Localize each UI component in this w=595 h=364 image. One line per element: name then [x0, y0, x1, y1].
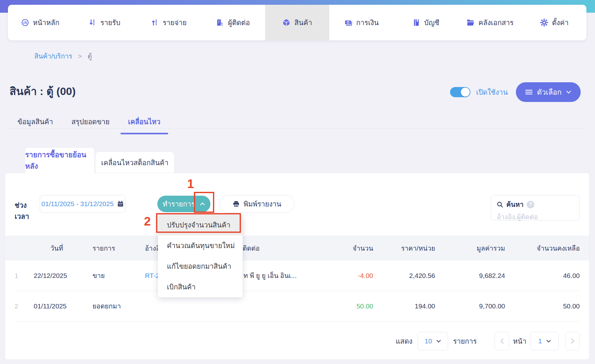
nav-item-income[interactable]: รายรับ — [72, 5, 136, 40]
page-title: สินค้า : ตู้ (00) — [10, 83, 76, 100]
help-icon[interactable]: ? — [527, 201, 534, 208]
cell-remaining: 46.00 — [505, 272, 580, 280]
print-report-label: พิมพ์รายงาน — [243, 199, 281, 210]
col-description: รายการ — [80, 243, 145, 253]
contacts-icon — [216, 18, 224, 27]
search-label: ค้นหา — [506, 199, 523, 210]
nav-label: หน้าหลัก — [33, 17, 59, 28]
menu-item-recalculate-cost[interactable]: คำนวณต้นทุนขายใหม่ — [158, 235, 243, 256]
page-number-select[interactable]: 1 — [530, 332, 559, 350]
nav-item-home[interactable]: หน้าหลัก — [8, 5, 72, 40]
breadcrumb-link-products[interactable]: สินค้า/บริการ — [34, 51, 72, 61]
cell-remaining: 50.00 — [505, 302, 580, 310]
cell-quantity: 50.00 — [318, 302, 373, 310]
make-transaction-button[interactable]: ทำรายการ — [157, 196, 210, 212]
search-icon — [497, 201, 503, 208]
action-menu: ปรับปรุงจำนวนสินค้า คำนวณต้นทุนขายใหม่ แ… — [158, 215, 243, 297]
nav-label: บัญชี — [424, 17, 440, 28]
subtab-trade-history[interactable]: รายการซื้อขายย้อนหลัง — [25, 147, 95, 173]
date-range-value: 01/11/2025 - 31/12/2025 — [41, 200, 113, 208]
annotation-step2-number: 2 — [144, 215, 151, 228]
content-card: ช่วงเวลา 01/11/2025 - 31/12/2025 ทำรายกา… — [5, 173, 590, 360]
menu-item-withdraw-goods[interactable]: เบิกสินค้า — [158, 277, 243, 297]
search-placeholder: อ้างอิง,ผู้ติดต่อ — [497, 212, 574, 222]
next-page-button[interactable] — [565, 332, 580, 350]
table-row: 1 22/12/2025 ขาย RT-2 ท พี ยู ยู เอ็น อิ… — [15, 260, 580, 291]
options-button[interactable]: ตัวเลือก — [516, 82, 581, 102]
active-toggle[interactable] — [450, 87, 470, 97]
row-number: 2 — [15, 302, 34, 310]
hamburger-icon — [525, 90, 532, 95]
nav-item-expense[interactable]: รายจ่าย — [136, 5, 201, 40]
cell-unit-price: 2,420.56 — [373, 272, 435, 280]
show-label: แสดง — [396, 336, 413, 347]
nav-label: คลังเอกสาร — [478, 17, 514, 28]
filter-row: ช่วงเวลา 01/11/2025 - 31/12/2025 ทำรายกา… — [15, 195, 580, 222]
col-remaining: จำนวนคงเหลือ — [505, 243, 580, 253]
tab-product-info[interactable]: ข้อมูลสินค้า — [17, 116, 53, 134]
nav-item-documents[interactable]: คลังเอกสาร — [458, 5, 522, 40]
subtab-stock-movement[interactable]: เคลื่อนไหวสต็อกสินค้า — [95, 152, 174, 174]
pagination: แสดง 10 รายการ หน้า 1 — [15, 321, 580, 361]
page-label: หน้า — [513, 336, 526, 347]
documents-folder-icon — [466, 18, 475, 27]
prev-page-button[interactable] — [495, 332, 509, 350]
nav-item-products[interactable]: สินค้า — [265, 5, 329, 40]
cell-quantity: -4.00 — [318, 272, 373, 280]
toggle-knob — [461, 88, 470, 97]
cell-total-value: 9,700.00 — [435, 302, 505, 310]
menu-item-edit-opening-balance[interactable]: แก้ไขยอดยกมาสินค้า — [158, 256, 243, 277]
action-chevron-up-icon[interactable] — [200, 202, 205, 206]
col-total-value: มูลค่ารวม — [435, 243, 505, 253]
nav-item-contacts[interactable]: ผู้ติดต่อ — [201, 5, 265, 40]
settings-gear-icon — [540, 18, 548, 27]
table-row: 2 01/11/2025 ยอดยกมา 50.00 194.00 9,700.… — [15, 291, 580, 321]
nav-label: ผู้ติดต่อ — [228, 17, 250, 28]
row-number: 1 — [15, 272, 34, 280]
page-size-select[interactable]: 10 — [418, 332, 448, 350]
printer-icon — [233, 200, 240, 207]
date-range-input[interactable]: 01/11/2025 - 31/12/2025 — [40, 195, 126, 213]
breadcrumb-separator: > — [78, 52, 82, 60]
cell-total-value: 9,682.24 — [435, 272, 505, 280]
breadcrumb: สินค้า/บริการ > ตู้ — [34, 51, 92, 61]
nav-label: รายรับ — [100, 17, 120, 28]
nav-item-settings[interactable]: ตั้งค่า — [522, 5, 586, 40]
reference-link[interactable]: RT-2 — [145, 272, 159, 279]
nav-label: ตั้งค่า — [552, 17, 569, 28]
cell-unit-price: 194.00 — [373, 302, 435, 310]
period-label: ช่วงเวลา — [15, 200, 40, 222]
main-nav: หน้าหลัก รายรับ รายจ่าย ผู้ติดต่อ สินค้า… — [8, 5, 586, 40]
title-controls: เปิดใช้งาน ตัวเลือก — [450, 82, 581, 102]
nav-item-accounting[interactable]: บัญชี — [393, 5, 458, 40]
cell-description: ยอดยกมา — [80, 301, 145, 311]
cell-date: 01/11/2025 — [34, 302, 80, 310]
nav-label: การเงิน — [356, 17, 379, 28]
finance-icon — [344, 18, 352, 27]
products-cube-icon — [282, 18, 291, 27]
search-box[interactable]: ค้นหา ? อ้างอิง,ผู้ติดต่อ — [491, 195, 580, 220]
cell-description: ขาย — [80, 270, 145, 281]
col-date: วันที่ — [34, 243, 80, 253]
nav-label: สินค้า — [294, 17, 312, 28]
nav-item-finance[interactable]: การเงิน — [329, 5, 393, 40]
items-label: รายการ — [453, 336, 477, 347]
chevron-down-icon — [566, 91, 571, 94]
options-button-label: ตัวเลือก — [537, 86, 562, 98]
tab-sales-summary[interactable]: สรุปยอดขาย — [72, 116, 110, 134]
home-icon — [21, 18, 29, 27]
chevron-down-icon — [546, 340, 551, 343]
chevron-down-icon — [436, 340, 441, 343]
menu-item-adjust-quantity[interactable]: ปรับปรุงจำนวนสินค้า — [158, 215, 243, 235]
active-tab-underline — [120, 133, 168, 134]
print-report-button[interactable]: พิมพ์รายงาน — [219, 195, 295, 213]
col-unit-price: ราคา/หน่วย — [373, 243, 435, 253]
tab-movement[interactable]: เคลื่อนไหว — [128, 116, 161, 134]
page-size-value: 10 — [425, 337, 432, 345]
income-icon — [88, 18, 97, 27]
breadcrumb-current: ตู้ — [88, 51, 92, 61]
annotation-step1-number: 1 — [187, 177, 194, 191]
col-contact: ผู้ติดต่อ — [239, 243, 318, 253]
expense-icon — [151, 18, 159, 27]
col-quantity: จำนวน — [318, 243, 373, 253]
